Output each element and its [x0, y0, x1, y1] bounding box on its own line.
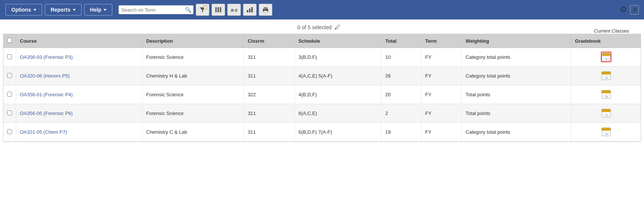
gradebook-icon-button[interactable]: ✎ [601, 70, 611, 81]
row-description: Chemistry C & Lab [142, 123, 244, 142]
row-total: 19 [381, 123, 421, 142]
toolbar-right: ⚙ ↗ [620, 5, 639, 15]
svg-rect-4 [247, 10, 248, 12]
select-all-checkbox[interactable] [7, 38, 12, 43]
sort-az-label: a-z [231, 7, 237, 13]
gradebook-icon: ✎ [601, 109, 611, 118]
columns-button[interactable] [212, 4, 225, 16]
options-label: Options [11, 7, 31, 13]
row-checkbox[interactable] [7, 129, 12, 134]
gradebook-icon-button[interactable]: ✎ [601, 127, 611, 137]
help-caret [104, 9, 107, 11]
header-gradebook: Gradebook [571, 34, 641, 48]
row-term: FY [421, 85, 462, 104]
current-classes-label: Current Classes [594, 27, 635, 35]
row-gradebook: ✎ [571, 48, 641, 67]
chart-icon [246, 7, 253, 13]
help-label: Help [90, 7, 101, 13]
header-weighting: Weighting [462, 34, 571, 48]
help-button[interactable]: Help [84, 4, 113, 16]
row-checkbox[interactable] [7, 110, 12, 115]
options-button[interactable]: Options [5, 4, 42, 16]
row-gradebook: ✎ [571, 123, 641, 142]
row-classroom: 322 [244, 85, 294, 104]
row-classroom: 311 [244, 48, 294, 67]
row-checkbox-cell [3, 104, 16, 123]
row-schedule: 6(B,D,F) 7(A-F) [294, 123, 381, 142]
row-checkbox[interactable] [7, 92, 12, 97]
row-checkbox[interactable] [7, 54, 12, 59]
gradebook-icon-button[interactable]: ✎ [601, 52, 611, 62]
classes-table: Course Description Clssrm Schedule Total… [3, 34, 641, 142]
course-link[interactable]: OA356-03 (Forensic P3) [20, 54, 73, 60]
row-classroom: 311 [244, 104, 294, 123]
svg-rect-5 [249, 9, 251, 12]
row-weighting: Category total points [462, 67, 571, 85]
header-schedule: Schedule [294, 34, 381, 48]
gradebook-icon-button[interactable]: ✎ [601, 89, 611, 100]
row-schedule: 4(B,D,F) [294, 85, 381, 104]
row-total: 10 [381, 48, 421, 67]
row-schedule: 3(B,D,F) [294, 48, 381, 67]
svg-rect-2 [218, 7, 219, 12]
row-course: OA356-03 (Forensic P3) [16, 48, 143, 67]
course-link[interactable]: OA320-06 (Honors P5) [20, 73, 70, 79]
gradebook-icon: ✎ [602, 52, 611, 61]
row-course: OA320-06 (Honors P5) [16, 67, 143, 85]
sort-az-button[interactable]: a-z [227, 4, 241, 16]
row-gradebook: ✎ [571, 104, 641, 123]
svg-text:✎: ✎ [605, 133, 608, 136]
row-schedule: 6(A,C,E) [294, 104, 381, 123]
row-weighting: Total points [462, 85, 571, 104]
table-header: Course Description Clssrm Schedule Total… [3, 34, 641, 48]
row-weighting: Category total points [462, 123, 571, 142]
eraser-icon[interactable]: 🖊 [335, 24, 341, 30]
course-link[interactable]: OA356-05 (Forensic P6) [20, 110, 73, 116]
course-link[interactable]: OA321-05 (Chem P7) [20, 129, 67, 135]
search-container: 🔍 [119, 5, 194, 14]
external-link-icon[interactable]: ↗ [630, 5, 639, 15]
row-term: FY [421, 104, 462, 123]
svg-text:✎: ✎ [605, 57, 607, 61]
row-total: 2 [381, 104, 421, 123]
row-course: OA356-01 (Forensic P4) [16, 85, 143, 104]
row-description: Chemistry H & Lab [142, 67, 244, 85]
search-input[interactable] [121, 7, 184, 13]
svg-rect-3 [220, 7, 221, 12]
row-checkbox-cell [3, 85, 16, 104]
row-checkbox[interactable] [7, 73, 12, 78]
header-course: Course [16, 34, 143, 48]
gradebook-icon: ✎ [601, 127, 611, 136]
selection-bar: 0 of 5 selected 🖊 [294, 21, 344, 34]
row-weighting: Total points [462, 104, 571, 123]
gradebook-icon: ✎ [601, 90, 611, 99]
course-link[interactable]: OA356-01 (Forensic P4) [20, 92, 73, 97]
row-checkbox-cell [3, 67, 16, 85]
columns-icon [215, 7, 222, 13]
row-term: FY [421, 48, 462, 67]
filter-button[interactable]: 📋 [196, 4, 209, 16]
gradebook-icon-button[interactable]: ✎ [601, 108, 611, 118]
row-gradebook: ✎ [571, 67, 641, 85]
gear-icon[interactable]: ⚙ [620, 5, 627, 15]
header-total: Total [381, 34, 421, 48]
header-term: Term [421, 34, 462, 48]
row-term: FY [421, 67, 462, 85]
reports-button[interactable]: Reports [45, 4, 82, 16]
classes-table-container: Course Description Clssrm Schedule Total… [3, 34, 641, 142]
options-caret [33, 9, 36, 11]
svg-rect-8 [264, 7, 267, 9]
selection-text: 0 of 5 selected [297, 24, 332, 30]
row-schedule: 4(A,C,E) 5(A-F) [294, 67, 381, 85]
print-button[interactable] [259, 4, 272, 16]
chart-button[interactable] [243, 4, 257, 16]
row-description: Forensic Science [142, 85, 244, 104]
row-description: Forensic Science [142, 48, 244, 67]
table-body: OA356-03 (Forensic P3)Forensic Science31… [3, 48, 641, 142]
row-checkbox-cell [3, 48, 16, 67]
reports-caret [73, 9, 76, 11]
svg-rect-48 [602, 128, 611, 131]
search-button[interactable]: 🔍 [184, 7, 192, 13]
header-classroom: Clssrm [244, 34, 294, 48]
row-classroom: 311 [244, 67, 294, 85]
